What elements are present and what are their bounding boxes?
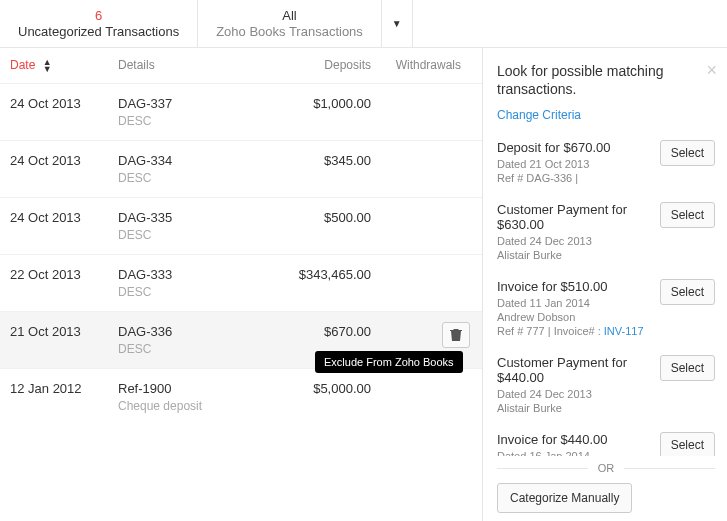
transactions-table: Date ▲▼ Details Deposits Withdrawals 24 … <box>0 48 482 521</box>
match-title: Invoice for $510.00 <box>497 279 652 294</box>
cell-details: DAG-333DESC <box>118 267 263 299</box>
match-title: Customer Payment for $630.00 <box>497 202 652 232</box>
match-item: Invoice for $510.00Dated 11 Jan 2014Andr… <box>497 271 715 347</box>
cell-details: DAG-336DESC <box>118 324 263 356</box>
column-withdrawals[interactable]: Withdrawals <box>371 58 461 73</box>
select-button[interactable]: Select <box>660 355 715 381</box>
cell-details: Ref-1900Cheque deposit <box>118 381 263 413</box>
match-ref: Alistair Burke <box>497 402 652 414</box>
match-item: Customer Payment for $440.00Dated 24 Dec… <box>497 347 715 424</box>
match-panel: × Look for possible matching transaction… <box>482 48 727 521</box>
tab-label: Uncategorized Transactions <box>18 24 179 39</box>
cell-deposit: $500.00 <box>263 210 371 225</box>
match-title: Customer Payment for $440.00 <box>497 355 652 385</box>
exclude-tooltip: Exclude From Zoho Books <box>315 351 463 373</box>
table-row[interactable]: 12 Jan 2012Ref-1900Cheque deposit$5,000.… <box>0 368 482 425</box>
match-title: Invoice for $440.00 <box>497 432 652 447</box>
or-divider: OR <box>497 460 715 475</box>
cell-date: 21 Oct 2013 <box>10 324 118 339</box>
column-date[interactable]: Date ▲▼ <box>10 58 118 73</box>
match-date: Dated 24 Dec 2013 <box>497 235 652 247</box>
match-date: Dated 24 Dec 2013 <box>497 388 652 400</box>
categorize-manually-button[interactable]: Categorize Manually <box>497 483 632 513</box>
match-ref: Ref # DAG-336 | <box>497 172 652 184</box>
select-button[interactable]: Select <box>660 279 715 305</box>
cell-deposit: $343,465.00 <box>263 267 371 282</box>
cell-details: DAG-334DESC <box>118 153 263 185</box>
table-row[interactable]: 24 Oct 2013DAG-337DESC$1,000.00 <box>0 83 482 140</box>
panel-title: Look for possible matching transactions. <box>497 62 715 98</box>
cell-deposit: $345.00 <box>263 153 371 168</box>
column-details[interactable]: Details <box>118 58 263 73</box>
sort-icon: ▲▼ <box>43 59 52 73</box>
trash-icon <box>450 328 462 341</box>
tab-uncategorized[interactable]: 6 Uncategorized Transactions <box>0 0 198 47</box>
invoice-link[interactable]: INV-117 <box>604 325 644 337</box>
table-row[interactable]: 24 Oct 2013DAG-334DESC$345.00 <box>0 140 482 197</box>
match-item: Invoice for $440.00Dated 16 Jan 2014Sele… <box>497 424 715 456</box>
cell-deposit: $5,000.00 <box>263 381 371 396</box>
cell-details: DAG-337DESC <box>118 96 263 128</box>
exclude-button[interactable] <box>442 322 470 348</box>
close-icon[interactable]: × <box>706 60 717 81</box>
match-ref: Alistair Burke <box>497 249 652 261</box>
match-ref2: Ref # 777 | Invoice# : INV-117 <box>497 325 652 337</box>
match-title: Deposit for $670.00 <box>497 140 652 155</box>
cell-date: 24 Oct 2013 <box>10 96 118 111</box>
select-button[interactable]: Select <box>660 140 715 166</box>
match-ref: Andrew Dobson <box>497 311 652 323</box>
match-date: Dated 11 Jan 2014 <box>497 297 652 309</box>
cell-date: 12 Jan 2012 <box>10 381 118 396</box>
match-item: Customer Payment for $630.00Dated 24 Dec… <box>497 194 715 271</box>
tabs-bar: 6 Uncategorized Transactions All Zoho Bo… <box>0 0 727 48</box>
select-button[interactable]: Select <box>660 432 715 456</box>
match-item: Deposit for $670.00Dated 21 Oct 2013Ref … <box>497 132 715 194</box>
tab-label: Zoho Books Transactions <box>216 24 363 39</box>
cell-details: DAG-335DESC <box>118 210 263 242</box>
chevron-down-icon: ▼ <box>392 18 402 29</box>
tab-count: 6 <box>18 8 179 23</box>
change-criteria-link[interactable]: Change Criteria <box>497 108 715 122</box>
cell-date: 24 Oct 2013 <box>10 210 118 225</box>
match-date: Dated 16 Jan 2014 <box>497 450 652 456</box>
select-button[interactable]: Select <box>660 202 715 228</box>
tab-all[interactable]: All Zoho Books Transactions <box>198 0 382 47</box>
table-row[interactable]: 22 Oct 2013DAG-333DESC$343,465.00 <box>0 254 482 311</box>
tab-count: All <box>216 8 363 23</box>
column-deposits[interactable]: Deposits <box>263 58 371 73</box>
table-header: Date ▲▼ Details Deposits Withdrawals <box>0 48 482 83</box>
table-row[interactable]: 24 Oct 2013DAG-335DESC$500.00 <box>0 197 482 254</box>
match-date: Dated 21 Oct 2013 <box>497 158 652 170</box>
cell-deposit: $670.00 <box>263 324 371 339</box>
cell-date: 24 Oct 2013 <box>10 153 118 168</box>
cell-deposit: $1,000.00 <box>263 96 371 111</box>
cell-date: 22 Oct 2013 <box>10 267 118 282</box>
tab-dropdown-toggle[interactable]: ▼ <box>382 0 413 47</box>
